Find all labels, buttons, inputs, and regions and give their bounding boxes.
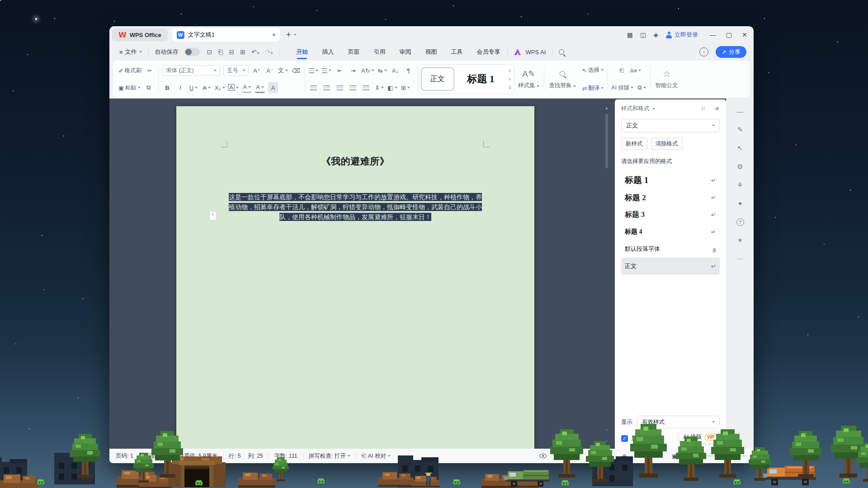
outline-view-icon[interactable]: ≣ [587, 451, 597, 461]
settings-sliders-icon[interactable]: ⚙ [737, 163, 743, 171]
outfit-star-icon[interactable]: ✶ [737, 236, 743, 244]
pin-icon[interactable]: ⚐ [701, 106, 706, 112]
panel-title-chevron-icon[interactable] [652, 108, 655, 110]
shield-icon[interactable]: ◈ [653, 31, 658, 38]
style-heading1[interactable]: 标题 1 [456, 72, 506, 86]
status-page-number[interactable]: 页码: 1 [116, 452, 133, 460]
scroll-up-icon[interactable]: ▲ [605, 106, 609, 110]
status-spellcheck[interactable]: 拼写检查: 打开 [309, 452, 350, 460]
distribute-icon[interactable] [361, 82, 371, 93]
display-filter-combo[interactable]: 有效样式 [637, 416, 720, 428]
style-item-default-font[interactable]: 默认段落字体a [621, 240, 720, 258]
current-style-combo[interactable]: 正文 [621, 119, 720, 132]
style-set-button[interactable]: A✎ 样式集 [514, 63, 543, 95]
selected-text[interactable]: 队，使用各种机械制作物品，发展避难所，征服末日！ [279, 213, 431, 221]
scrollbar-thumb[interactable] [605, 114, 608, 168]
strikethrough-icon[interactable]: A [202, 82, 212, 93]
help-icon[interactable]: ? [736, 218, 744, 226]
ai-layout-button[interactable]: AI 排版 [611, 82, 633, 93]
align-left-icon[interactable] [309, 82, 319, 93]
italic-icon[interactable]: I [175, 82, 185, 93]
cut-icon[interactable]: ✂ [145, 65, 155, 76]
tab-page[interactable]: 页面 [347, 44, 360, 60]
document-tab[interactable]: W 文字文稿1 [172, 28, 280, 42]
collapse-icon[interactable]: — [737, 108, 744, 115]
clear-format-icon[interactable]: ⌫ [291, 65, 301, 76]
vertical-scrollbar[interactable]: ▲ ⌃ ⌄ [604, 99, 610, 449]
tab-list-chevron-icon[interactable] [294, 34, 297, 36]
tab-tools[interactable]: 工具 [450, 44, 463, 60]
char-shading-icon[interactable]: A [268, 82, 278, 93]
tab-view[interactable]: 视图 [424, 44, 438, 60]
minimize-button[interactable]: — [710, 31, 716, 38]
eye-protection-icon[interactable] [539, 454, 547, 458]
find-replace-button[interactable]: 查找替换 [545, 63, 579, 95]
show-preview-checkbox[interactable]: ✓ [621, 435, 628, 442]
zoom-slider-handle[interactable] [692, 454, 697, 458]
select-button[interactable]: ↖ 选择 [582, 65, 604, 75]
status-pages[interactable]: 页面: 1/1 [145, 452, 167, 460]
print-preview-icon[interactable]: ⊞ [240, 48, 245, 56]
pinyin-guide-icon[interactable]: 文 [278, 65, 288, 76]
document-title[interactable]: 《我的避难所》 [176, 155, 534, 168]
autosave-toggle[interactable] [184, 48, 200, 56]
maximize-button[interactable]: ▢ [726, 31, 732, 38]
justify-icon[interactable] [348, 82, 358, 93]
tab-wps-ai[interactable]: WPS AI [514, 49, 546, 56]
format-painter-button[interactable]: ✐ 格式刷 [118, 65, 142, 76]
borders-icon[interactable]: ⊞ [401, 82, 410, 93]
style-item-heading1[interactable]: 标题 1↵ [621, 172, 720, 189]
selected-text[interactable]: 这是一款位于屏幕底部，不会影响您日常学习与工作的放置游戏。研究科技，种植作物，养 [229, 193, 482, 201]
style-item-heading4[interactable]: 标题 4↵ [621, 223, 720, 240]
numbering-tool-icon[interactable]: A≡ [630, 65, 641, 76]
tab-review[interactable]: 审阅 [398, 44, 412, 60]
document-page[interactable]: 《我的避难所》 ⠿ 这是一款位于屏幕底部，不会影响您日常学习与工作的放置游戏。研… [176, 106, 534, 449]
gallery-down-icon[interactable]: ∨ [509, 77, 512, 81]
cursor-select-icon[interactable]: ↖ [737, 144, 743, 152]
magic-wand-icon[interactable]: ✦ [737, 200, 743, 208]
document-paragraph[interactable]: ⠿ 这是一款位于屏幕底部，不会影响您日常学习与工作的放置游戏。研究科技，种植作物… [229, 192, 482, 222]
tab-reference[interactable]: 引用 [373, 44, 386, 60]
text-effects-icon[interactable]: 🄰 [228, 82, 239, 93]
smart-doc-button[interactable]: ☆ 智能公文 [651, 63, 681, 95]
read-mode-icon[interactable]: ▷ [603, 451, 613, 461]
sort-icon[interactable]: A↓ [391, 65, 401, 76]
page-view-icon[interactable]: ▤ [571, 451, 580, 461]
wps-home-tab[interactable]: W WPS Office [112, 28, 168, 41]
gallery-up-icon[interactable]: ∧ [509, 68, 512, 73]
translate-button[interactable]: ⇄ 翻译 [582, 83, 604, 94]
skin-theme-icon[interactable]: ⚘ [737, 181, 743, 189]
font-name-combo[interactable]: 宋体 (正文) [162, 65, 220, 76]
numbered-list-icon[interactable] [322, 65, 332, 76]
web-view-icon[interactable]: ⊕ [619, 451, 629, 461]
redo-button[interactable]: ↷ [265, 48, 274, 56]
style-item-body[interactable]: 正文↵ [621, 258, 720, 275]
text-direction-icon[interactable]: A↻ [361, 65, 374, 76]
status-line[interactable]: 行: 5 [229, 452, 241, 460]
decrease-font-icon[interactable]: A⁻ [265, 65, 275, 76]
style-item-heading2[interactable]: 标题 2↵ [621, 189, 720, 206]
tab-home[interactable]: 开始 [295, 44, 309, 60]
login-button[interactable]: 立即登录 [665, 31, 698, 39]
workspace-icon[interactable]: ◫ [640, 31, 646, 38]
widgets-icon[interactable]: ▦ [627, 31, 633, 38]
selected-text[interactable]: 殖动物，招募幸存者干活儿，解锁矿洞，狩猎变异动物，抵御畸变怪物，武装自己的战斗小 [229, 203, 482, 211]
next-page-icon[interactable]: ⌄ [605, 438, 609, 442]
subscript-icon[interactable]: X₂ [215, 82, 225, 93]
shading-icon[interactable]: ◧ [387, 82, 397, 93]
bullet-list-icon[interactable] [309, 65, 319, 76]
fit-page-icon[interactable]: ▣ [670, 451, 679, 461]
style-body[interactable]: 正文 [421, 67, 454, 91]
tab-insert[interactable]: 插入 [321, 44, 335, 60]
copy-icon[interactable]: ⧉ [144, 82, 154, 93]
undo-button[interactable]: ↶ [251, 48, 259, 56]
align-center-icon[interactable] [322, 82, 332, 93]
file-menu[interactable]: ≡ 文件 [119, 48, 142, 56]
save-icon[interactable]: ⊡ [207, 48, 212, 56]
annotate-pen-icon[interactable]: ✎ [737, 126, 743, 134]
bold-icon[interactable]: B [162, 82, 172, 93]
cloud-upload-icon[interactable]: ↑ [699, 47, 708, 56]
status-ai-proof[interactable]: ⎗ AI 校对 [362, 452, 391, 460]
gallery-expand-icon[interactable]: ⊻ [509, 85, 512, 90]
arrange-icon[interactable]: ⧉ [637, 82, 646, 93]
